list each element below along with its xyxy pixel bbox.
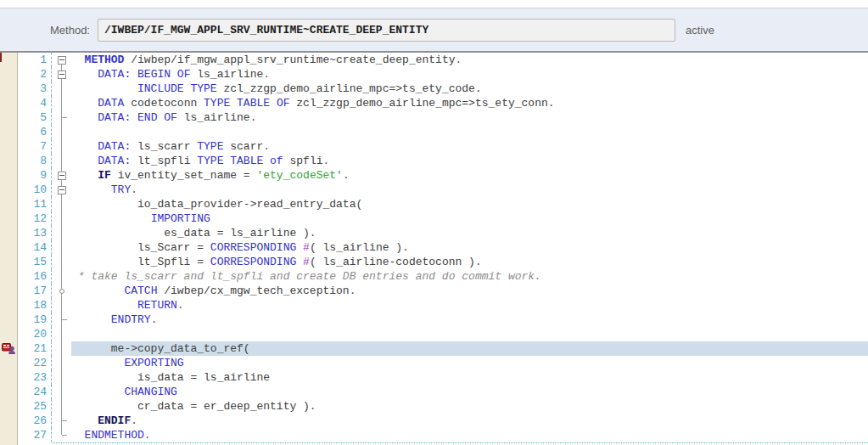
code-line[interactable]: 5 DATA: END OF ls_airline.: [0, 110, 868, 125]
code-line[interactable]: 2 DATA: BEGIN OF ls_airline.: [0, 67, 868, 82]
code-line[interactable]: 19 ENDTRY.: [0, 313, 868, 327]
code-line[interactable]: 10 TRY.: [0, 183, 868, 197]
fold-structure-line: [52, 370, 71, 385]
code-text: is_data = ls_airline: [71, 370, 868, 385]
status-active: active: [686, 24, 714, 37]
code-line[interactable]: 27 ENDMETHOD.: [0, 428, 868, 442]
code-line[interactable]: 9 IF iv_entity_set_name = 'ety_codeSet'.: [0, 168, 868, 183]
code-line[interactable]: 17 CATCH /iwbep/cx_mgw_tech_exception.: [0, 284, 868, 298]
external-breakpoint-icon[interactable]: [2, 343, 15, 354]
line-number: 18: [18, 298, 52, 313]
code-line[interactable]: 23 is_data = ls_airline: [0, 370, 868, 385]
fold-structure-line: [52, 414, 71, 428]
line-number: 6: [18, 125, 52, 139]
code-text: es_data = ls_airline ).: [71, 226, 868, 240]
method-name-field[interactable]: /IWBEP/IF_MGW_APPL_SRV_RUNTIME~CREATE_DE…: [98, 19, 675, 42]
code-text: ls_Scarr = CORRESPONDING #( ls_airline )…: [71, 240, 868, 255]
editor-margin: [0, 313, 18, 327]
fold-structure-line: [52, 110, 71, 125]
code-line[interactable]: 4 DATA codetoconn TYPE TABLE OF zcl_zzgp…: [0, 96, 868, 110]
fold-structure-line: [52, 341, 71, 356]
code-editor[interactable]: 1 METHOD /iwbep/if_mgw_appl_srv_runtime~…: [0, 53, 868, 445]
method-name-value: /IWBEP/IF_MGW_APPL_SRV_RUNTIME~CREATE_DE…: [104, 24, 428, 37]
code-text: DATA: BEGIN OF ls_airline.: [71, 67, 868, 82]
code-line[interactable]: 1 METHOD /iwbep/if_mgw_appl_srv_runtime~…: [0, 53, 868, 67]
line-number: 8: [18, 154, 52, 168]
code-line[interactable]: 18 RETURN.: [0, 298, 868, 313]
fold-structure-line: [52, 356, 71, 370]
fold-toggle-icon[interactable]: [52, 67, 71, 82]
editor-margin: [0, 255, 18, 269]
editor-margin: [0, 240, 18, 255]
line-number: 23: [18, 370, 52, 385]
code-text: * take ls_scarr and lt_spfli and create …: [71, 269, 868, 284]
fold-structure-line: [52, 211, 71, 226]
code-line[interactable]: 11 io_data_provider->read_entry_data(: [0, 197, 868, 211]
code-line[interactable]: 25 cr_data = er_deep_entity ).: [0, 399, 868, 414]
line-number: 15: [18, 255, 52, 269]
code-line[interactable]: 8 DATA: lt_spfli TYPE TABLE of spfli.: [0, 154, 868, 168]
fold-structure-line: [52, 240, 71, 255]
line-number: 25: [18, 399, 52, 414]
code-text: EXPORTING: [71, 356, 868, 370]
code-line[interactable]: 20: [0, 327, 868, 341]
editor-margin: [0, 385, 18, 399]
code-text: DATA: END OF ls_airline.: [71, 110, 868, 125]
code-text: io_data_provider->read_entry_data(: [71, 197, 868, 211]
editor-margin: [0, 67, 18, 82]
fold-toggle-icon[interactable]: [52, 53, 71, 67]
code-line[interactable]: 6: [0, 125, 868, 139]
line-number: 1: [18, 53, 52, 67]
editor-margin: [0, 125, 18, 139]
editor-margin: [0, 183, 18, 197]
code-line[interactable]: 16 * take ls_scarr and lt_spfli and crea…: [0, 269, 868, 284]
editor-margin: [0, 284, 18, 298]
code-text: lt_Spfli = CORRESPONDING #( ls_airline-c…: [71, 255, 868, 269]
code-line[interactable]: 22 EXPORTING: [0, 356, 868, 370]
code-text: cr_data = er_deep_entity ).: [71, 399, 868, 414]
method-header-bar: Method: /IWBEP/IF_MGW_APPL_SRV_RUNTIME~C…: [0, 8, 868, 53]
editor-margin: [0, 269, 18, 284]
fold-toggle-icon[interactable]: [52, 168, 71, 183]
fold-structure-line: [52, 399, 71, 414]
fold-structure-line: [52, 385, 71, 399]
line-number: 13: [18, 226, 52, 240]
line-number: 4: [18, 96, 52, 110]
code-text: DATA: lt_spfli TYPE TABLE of spfli.: [71, 154, 868, 168]
code-text: me->copy_data_to_ref(: [71, 341, 868, 356]
line-number: 22: [18, 356, 52, 370]
code-line[interactable]: 15 lt_Spfli = CORRESPONDING #( ls_airlin…: [0, 255, 868, 269]
code-line[interactable]: 12 IMPORTING: [0, 211, 868, 226]
line-number: 10: [18, 183, 52, 197]
code-text: [71, 125, 868, 139]
fold-structure-line: [52, 298, 71, 313]
code-line[interactable]: 24 CHANGING: [0, 385, 868, 399]
code-line[interactable]: 7 DATA: ls_scarr TYPE scarr.: [0, 139, 868, 154]
code-line[interactable]: 3 INCLUDE TYPE zcl_zzgp_demo_airline_mpc…: [0, 82, 868, 96]
fold-structure-line: [52, 96, 71, 110]
editor-margin: [0, 211, 18, 226]
code-text: IMPORTING: [71, 211, 868, 226]
line-number: 14: [18, 240, 52, 255]
method-label: Method:: [50, 24, 90, 37]
fold-toggle-icon[interactable]: [52, 183, 71, 197]
line-number: 24: [18, 385, 52, 399]
fold-structure-line: [52, 284, 71, 298]
editor-margin: [0, 414, 18, 428]
code-text: ENDIF.: [71, 414, 868, 428]
fold-structure-line: [52, 327, 71, 341]
line-number: 21: [18, 341, 52, 356]
editor-margin: [0, 197, 18, 211]
editor-margin: [0, 168, 18, 183]
code-line[interactable]: 13 es_data = ls_airline ).: [0, 226, 868, 240]
fold-structure-line: [52, 82, 71, 96]
fold-structure-line: [52, 313, 71, 327]
code-line[interactable]: 21 me->copy_data_to_ref(: [0, 341, 868, 356]
code-text: CATCH /iwbep/cx_mgw_tech_exception.: [71, 284, 868, 298]
line-number: 12: [18, 211, 52, 226]
code-line[interactable]: 14 ls_Scarr = CORRESPONDING #( ls_airlin…: [0, 240, 868, 255]
code-text: ENDMETHOD.: [71, 428, 868, 442]
line-number: 9: [18, 168, 52, 183]
code-line[interactable]: 26 ENDIF.: [0, 414, 868, 428]
code-text: TRY.: [71, 183, 868, 197]
